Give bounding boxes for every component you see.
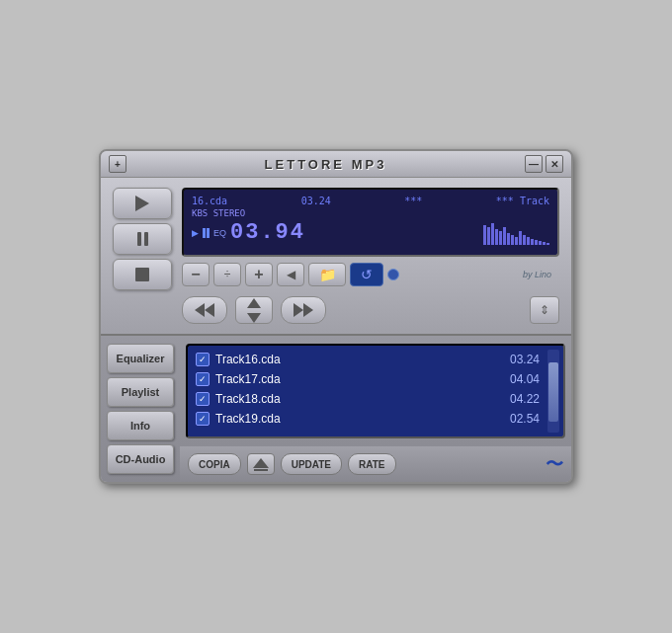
update-button[interactable]: UPDATE [281, 453, 342, 475]
track-checkbox[interactable]: ✓ [196, 353, 210, 366]
pause-icon [137, 232, 148, 246]
plus-icon: + [254, 266, 263, 283]
track-name: Track18.cda [215, 392, 504, 406]
playlist-scrollbar[interactable] [547, 350, 559, 433]
spectrum-bar [535, 240, 538, 245]
by-lino-label: by Lino [523, 270, 551, 279]
eject-up-icon [249, 296, 259, 325]
spectrum-bar [487, 227, 490, 245]
spectrum-bar [483, 225, 486, 245]
rewind-icon [195, 303, 214, 317]
spectrum-bar [519, 231, 522, 245]
sidebar-item-playlist[interactable]: Playlist [107, 377, 174, 407]
playlist-item[interactable]: ✓Track17.cda04.04 [192, 369, 547, 389]
lcd-stars: *** [404, 196, 422, 206]
track-name: Track16.cda [215, 353, 504, 366]
play-icon [135, 196, 149, 211]
track-name: Track17.cda [215, 372, 504, 386]
prev-track-button[interactable]: ◀ [277, 263, 304, 286]
spectrum-bar [495, 229, 498, 245]
left-controls [113, 188, 172, 324]
eject-action-button[interactable] [247, 453, 275, 475]
spectrum-bar [546, 243, 549, 245]
playlist-area: ✓Track16.cda03.24✓Track17.cda04.04✓Track… [180, 336, 571, 446]
track-duration: 02.54 [510, 412, 540, 426]
sidebar-item-cd-audio[interactable]: CD-Audio [107, 444, 174, 474]
mid-controls: − ÷ + ◀ 📁 ↺ by Lino [182, 263, 559, 286]
lcd-time-display: 03.94 [230, 220, 305, 245]
lcd-screen: 16.cda 03.24 *** *** Track KBS STEREO ▶ … [182, 188, 559, 257]
track-duration: 04.04 [510, 372, 540, 386]
rewind-button[interactable] [182, 296, 227, 324]
eject-icon [253, 458, 269, 471]
divide-icon: ÷ [224, 268, 231, 281]
sidebar-tabs: Equalizer Playlist Info CD-Audio [101, 336, 180, 482]
playlist-item[interactable]: ✓Track19.cda02.54 [192, 409, 547, 429]
spectrum-bar [503, 227, 506, 245]
left-arrow-icon: ◀ [287, 268, 295, 281]
app-title: LETTORE MP3 [265, 157, 387, 172]
minus-icon: − [191, 266, 200, 283]
bottom-panel: Equalizer Playlist Info CD-Audio ✓Track1… [101, 334, 571, 482]
logo-icon: 〜 [546, 452, 563, 476]
copia-button[interactable]: COPIA [188, 453, 241, 475]
spectrum-bar [523, 235, 526, 245]
track-name: Track19.cda [215, 412, 504, 426]
dot-indicator [387, 269, 399, 280]
spectrum-bar [499, 231, 502, 245]
spectrum-bar [515, 237, 518, 245]
folder-icon: 📁 [319, 267, 336, 282]
spectrum-bar [531, 239, 534, 245]
add-button[interactable]: + [109, 155, 126, 173]
scrollbar-thumb [548, 362, 558, 422]
up-down-button[interactable]: ⇕ [530, 296, 559, 324]
track-checkbox[interactable]: ✓ [196, 392, 210, 406]
folder-button[interactable]: 📁 [308, 263, 346, 286]
spectrum-bar [539, 241, 542, 245]
action-bar: COPIA UPDATE RATE 〜 [180, 446, 571, 482]
playlist-list: ✓Track16.cda03.24✓Track17.cda04.04✓Track… [186, 344, 565, 438]
playlist-section: ✓Track16.cda03.24✓Track17.cda04.04✓Track… [180, 336, 571, 482]
stop-button[interactable] [113, 259, 172, 290]
close-button[interactable]: ✕ [546, 155, 563, 173]
track-checkbox[interactable]: ✓ [196, 372, 210, 386]
track-checkbox[interactable]: ✓ [196, 412, 210, 426]
playlist-item[interactable]: ✓Track18.cda04.22 [192, 389, 547, 409]
pause-button[interactable] [113, 223, 172, 255]
repeat-icon: ↺ [361, 267, 373, 282]
divide-button[interactable]: ÷ [213, 263, 241, 286]
lcd-bottom-row: ▶ EQ 03.94 [192, 220, 549, 245]
window-controls: — ✕ [525, 155, 563, 173]
fast-forward-icon [294, 303, 313, 317]
lcd-spectrum-bars [483, 221, 549, 245]
volume-up-button[interactable]: + [245, 263, 273, 286]
minimize-button[interactable]: — [525, 155, 543, 173]
rate-button[interactable]: RATE [348, 453, 395, 475]
up-down-icon: ⇕ [540, 303, 549, 317]
lcd-track-time: 03.24 [301, 196, 331, 206]
lcd-top-row: 16.cda 03.24 *** *** Track [192, 196, 549, 206]
app-window: + LETTORE MP3 — ✕ [99, 149, 573, 484]
track-duration: 04.22 [510, 392, 540, 406]
volume-down-button[interactable]: − [182, 263, 210, 286]
eject-up-button[interactable] [235, 296, 273, 324]
stop-icon [135, 268, 149, 281]
fast-forward-button[interactable] [281, 296, 326, 324]
lcd-eq-label: EQ [213, 228, 226, 238]
bottom-controls: ⇕ [182, 296, 559, 324]
lcd-track-file: 16.cda [192, 196, 227, 206]
play-button[interactable] [113, 188, 172, 219]
playlist-item[interactable]: ✓Track16.cda03.24 [192, 350, 547, 369]
spectrum-bar [511, 235, 514, 245]
spectrum-bar [507, 233, 510, 245]
sidebar-item-equalizer[interactable]: Equalizer [107, 344, 174, 373]
spectrum-bar [527, 237, 530, 245]
title-bar: + LETTORE MP3 — ✕ [101, 151, 571, 178]
lcd-track-label: *** Track [496, 196, 549, 206]
spectrum-bar [543, 242, 546, 245]
display-area: 16.cda 03.24 *** *** Track KBS STEREO ▶ … [182, 188, 559, 324]
lcd-play-indicator: ▶ [192, 228, 199, 238]
sidebar-item-info[interactable]: Info [107, 411, 174, 440]
repeat-button[interactable]: ↺ [350, 263, 383, 286]
lcd-middle: KBS STEREO [192, 208, 549, 218]
